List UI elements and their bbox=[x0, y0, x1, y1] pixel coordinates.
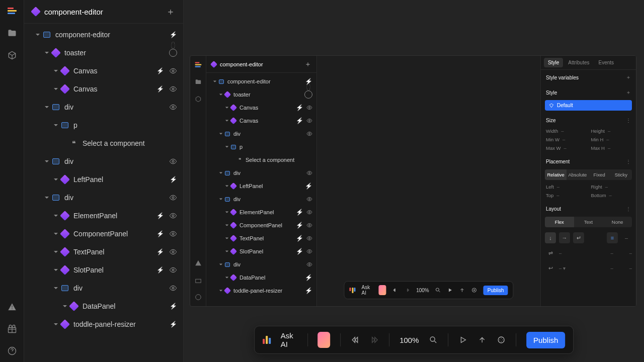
tree-row[interactable]: ComponentPanel bbox=[24, 225, 183, 243]
chevron-down-icon[interactable] bbox=[43, 49, 50, 56]
nested-logo-icon[interactable] bbox=[194, 61, 202, 69]
formula-icon[interactable] bbox=[170, 176, 177, 183]
tree-row[interactable]: Select a component bbox=[206, 153, 316, 166]
placement-menu-button[interactable]: ⋮ bbox=[626, 159, 631, 164]
size-maxh[interactable]: Max H– bbox=[591, 145, 631, 151]
visibility-icon[interactable] bbox=[169, 266, 177, 274]
tree-row[interactable]: toaster bbox=[206, 88, 316, 101]
visibility-icon[interactable] bbox=[169, 157, 177, 165]
upload-button[interactable] bbox=[477, 335, 487, 344]
globe-icon[interactable] bbox=[169, 49, 177, 57]
tree-row[interactable]: toaster bbox=[24, 44, 183, 62]
tree-row[interactable]: toddle-panel-resizer bbox=[206, 284, 316, 297]
visibility-icon[interactable] bbox=[306, 170, 312, 176]
add-element-button[interactable]: ＋ bbox=[166, 6, 175, 18]
formula-icon[interactable] bbox=[296, 117, 303, 124]
nested-package-icon[interactable] bbox=[194, 95, 202, 103]
chevron-down-icon[interactable] bbox=[34, 31, 41, 38]
visibility-icon[interactable] bbox=[306, 248, 312, 254]
tree-row[interactable]: div bbox=[206, 127, 316, 140]
formula-icon[interactable] bbox=[296, 248, 303, 255]
chevron-down-icon[interactable] bbox=[218, 288, 223, 293]
tree-row[interactable]: div bbox=[206, 258, 316, 271]
gap-icon[interactable]: ⇌ bbox=[545, 247, 556, 258]
help-icon[interactable] bbox=[7, 346, 17, 356]
visibility-icon[interactable] bbox=[306, 235, 312, 241]
nested-gift-icon[interactable] bbox=[194, 276, 202, 284]
chevron-down-icon[interactable] bbox=[52, 67, 59, 74]
nested-settings-button[interactable] bbox=[471, 287, 477, 293]
chevron-down-icon[interactable] bbox=[52, 122, 59, 129]
align-start-icon[interactable]: ≡ bbox=[607, 232, 618, 243]
chevron-down-icon[interactable] bbox=[52, 85, 59, 93]
chevron-down-icon[interactable] bbox=[218, 92, 223, 97]
size-minh[interactable]: Min H– bbox=[591, 137, 631, 142]
tree-row[interactable]: ElementPanel bbox=[24, 207, 183, 225]
direction-down-icon[interactable]: ↓ bbox=[545, 232, 556, 243]
nested-warning-icon[interactable] bbox=[194, 259, 202, 267]
tree-row[interactable]: toddle-panel-resizer bbox=[24, 315, 183, 333]
add-style-button[interactable]: ＋ bbox=[626, 89, 631, 96]
globe-icon[interactable] bbox=[304, 90, 312, 99]
nested-play-button[interactable] bbox=[447, 287, 453, 293]
size-width[interactable]: Width– bbox=[546, 128, 586, 134]
redo-button[interactable] bbox=[370, 335, 379, 344]
placement-absolute[interactable]: Absolute bbox=[567, 169, 588, 180]
formula-icon[interactable] bbox=[170, 303, 177, 310]
visibility-icon[interactable] bbox=[169, 284, 177, 292]
visibility-icon[interactable] bbox=[169, 248, 177, 256]
tree-row[interactable]: p bbox=[206, 140, 316, 153]
chevron-down-icon[interactable] bbox=[52, 230, 59, 237]
nested-zoom-button[interactable] bbox=[435, 287, 441, 293]
default-style-chip[interactable]: Default bbox=[545, 100, 632, 111]
tree-row[interactable]: div bbox=[24, 279, 183, 297]
publish-button[interactable]: Publish bbox=[526, 332, 565, 348]
chevron-down-icon[interactable] bbox=[224, 236, 229, 241]
chevron-down-icon[interactable] bbox=[52, 321, 59, 328]
tree-row[interactable]: Select a component bbox=[24, 134, 183, 152]
chevron-down-icon[interactable] bbox=[212, 79, 217, 84]
formula-icon[interactable] bbox=[305, 274, 312, 281]
formula-icon[interactable] bbox=[296, 104, 303, 111]
placement-bottom[interactable]: Bottom– bbox=[591, 193, 631, 198]
formula-icon[interactable] bbox=[156, 266, 164, 274]
nested-ask-ai-button[interactable]: Ask AI bbox=[361, 285, 372, 296]
visibility-icon[interactable] bbox=[169, 85, 177, 93]
chevron-down-icon[interactable] bbox=[224, 223, 229, 228]
chevron-down-icon[interactable] bbox=[52, 285, 59, 292]
tab-attributes[interactable]: Attributes bbox=[564, 58, 593, 67]
formula-icon[interactable] bbox=[170, 321, 177, 328]
tree-row[interactable]: TextPanel bbox=[24, 243, 183, 261]
placement-fixed[interactable]: Fixed bbox=[589, 169, 610, 180]
size-menu-button[interactable]: ⋮ bbox=[626, 118, 631, 123]
formula-icon[interactable] bbox=[156, 85, 164, 93]
nested-publish-button[interactable]: Publish bbox=[484, 286, 508, 295]
ask-ai-button[interactable]: Ask AI bbox=[281, 331, 297, 348]
chevron-down-icon[interactable] bbox=[224, 118, 229, 123]
tree-row[interactable]: LeftPanel bbox=[206, 179, 316, 193]
tree-row[interactable]: TextPanel bbox=[206, 232, 316, 245]
visibility-icon[interactable] bbox=[169, 230, 177, 238]
nested-redo-button[interactable] bbox=[404, 287, 410, 293]
formula-icon[interactable] bbox=[156, 248, 164, 255]
visibility-icon[interactable] bbox=[306, 196, 312, 202]
tree-row[interactable]: p bbox=[24, 116, 183, 134]
formula-icon[interactable] bbox=[156, 212, 164, 219]
tree-row[interactable]: Canvas bbox=[24, 62, 183, 80]
tree-row[interactable]: SlotPanel bbox=[206, 245, 316, 258]
chevron-down-icon[interactable] bbox=[218, 131, 223, 136]
package-icon[interactable] bbox=[7, 50, 17, 60]
tree-row[interactable]: DataPanel bbox=[24, 297, 183, 315]
formula-icon[interactable] bbox=[296, 235, 303, 242]
nested-add-button[interactable]: ＋ bbox=[304, 60, 311, 69]
layout-none[interactable]: None bbox=[603, 217, 632, 227]
nested-canvas[interactable]: Ask AI 100% Publish bbox=[317, 56, 540, 306]
tree-row[interactable]: div bbox=[206, 193, 316, 206]
layout-text[interactable]: Text bbox=[574, 217, 603, 227]
formula-icon[interactable] bbox=[296, 222, 303, 229]
tree-row[interactable]: div bbox=[24, 152, 183, 170]
warning-icon[interactable] bbox=[7, 302, 17, 312]
size-height[interactable]: Height– bbox=[591, 128, 631, 134]
nested-folder-icon[interactable] bbox=[194, 78, 202, 86]
placement-top[interactable]: Top– bbox=[546, 193, 586, 198]
